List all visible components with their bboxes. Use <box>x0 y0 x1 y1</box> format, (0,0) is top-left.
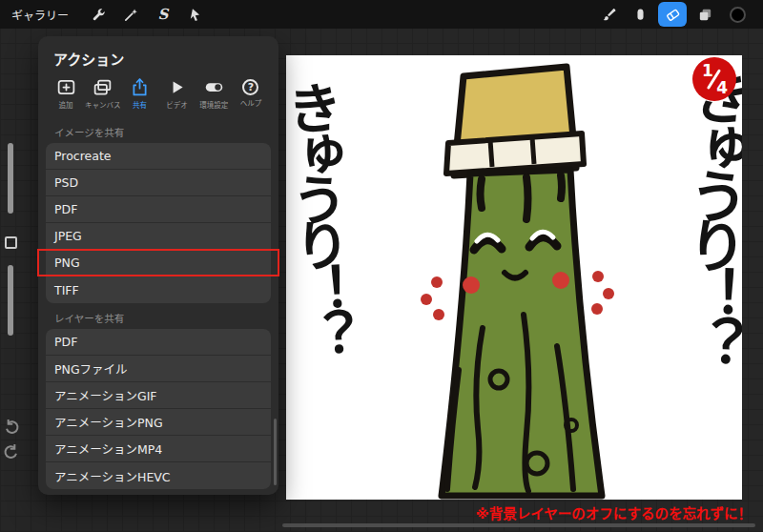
help-icon: ? <box>242 79 258 95</box>
brush-icon <box>600 7 616 23</box>
brush-button[interactable] <box>593 2 622 27</box>
tab-preferences[interactable]: 環境設定 <box>196 77 232 110</box>
gallery-button[interactable]: ギャラリー <box>0 7 82 23</box>
option-label: PNGファイル <box>54 359 128 378</box>
selection-icon: S <box>158 6 169 23</box>
eraser-icon <box>665 7 681 23</box>
tab-label: ヘルプ <box>240 97 262 108</box>
option-label: アニメーションGIF <box>54 386 157 404</box>
bottom-scrollbar[interactable] <box>282 523 755 527</box>
play-icon <box>167 77 187 97</box>
artwork-text-right: きゅうり！？ <box>678 66 742 365</box>
option-label: JPEG <box>54 229 82 243</box>
tab-label: ビデオ <box>166 99 188 110</box>
tab-label: 環境設定 <box>199 99 228 110</box>
layer-share-group: PDF PNGファイル アニメーションGIF アニメーションPNG アニメーショ… <box>46 329 271 489</box>
tab-share[interactable]: 共有 <box>122 77 158 110</box>
selection-button[interactable]: S <box>149 2 177 27</box>
layers-icon <box>697 7 713 23</box>
transform-cursor-icon <box>188 7 204 23</box>
color-button[interactable] <box>723 2 752 27</box>
option-label: PSD <box>54 175 78 190</box>
section-header-layer-share: レイヤーを共有 <box>38 303 278 329</box>
top-toolbar: ギャラリー S <box>0 0 763 29</box>
share-option-png[interactable]: PNG <box>46 250 271 276</box>
option-label: PNG <box>54 256 80 270</box>
artwork-text-left: きゅうり！？ <box>286 79 350 357</box>
tab-label: 追加 <box>59 99 73 110</box>
brush-size-slider[interactable] <box>8 143 13 214</box>
tab-add[interactable]: 追加 <box>48 77 84 110</box>
cucumber-cap <box>446 67 584 175</box>
modify-button[interactable] <box>5 236 17 249</box>
share-option-animated-mp4[interactable]: アニメーションMP4 <box>46 436 271 462</box>
canvas-artwork <box>286 55 742 500</box>
share-option-pdf[interactable]: PDF <box>46 196 271 223</box>
badge-current: 1 <box>702 61 713 80</box>
canvas-icon <box>93 77 113 97</box>
share-option-procreate[interactable]: Procreate <box>46 143 271 170</box>
canvas-area[interactable]: きゅうり！？ きゅうり！？ <box>286 55 742 500</box>
share-option-animated-png[interactable]: アニメーションPNG <box>46 409 271 436</box>
add-icon <box>56 77 76 97</box>
image-share-group: Procreate PSD PDF JPEG PNG TIFF <box>46 143 271 303</box>
share-option-animated-gif[interactable]: アニメーションGIF <box>46 382 271 409</box>
share-option-tiff[interactable]: TIFF <box>46 276 271 303</box>
share-option-layer-pdf[interactable]: PDF <box>46 329 271 356</box>
page-indicator-badge: 1 4 <box>692 57 736 101</box>
magic-wand-icon <box>123 7 139 23</box>
panel-tabs: 追加 キャンバス 共有 ビデオ <box>38 77 278 117</box>
tab-canvas[interactable]: キャンバス <box>85 77 121 110</box>
option-label: TIFF <box>54 283 79 297</box>
undo-icon[interactable] <box>2 418 21 437</box>
opacity-slider[interactable] <box>8 265 13 336</box>
eraser-button[interactable] <box>658 2 687 27</box>
redo-icon[interactable] <box>2 442 21 461</box>
smudge-button[interactable] <box>626 2 654 27</box>
tab-video[interactable]: ビデオ <box>158 77 195 110</box>
option-label: PDF <box>54 202 77 216</box>
share-option-jpeg[interactable]: JPEG <box>46 223 271 250</box>
section-header-image-share: イメージを共有 <box>38 117 278 143</box>
color-swatch <box>730 7 746 23</box>
transform-button[interactable] <box>181 2 210 27</box>
actions-panel: アクション 追加 キャンバス 共有 <box>38 36 278 495</box>
option-label: アニメーションPNG <box>54 413 163 431</box>
cucumber-body <box>442 170 602 496</box>
panel-title: アクション <box>38 36 278 77</box>
option-label: アニメーションHEVC <box>54 467 171 485</box>
wrench-icon <box>91 7 107 23</box>
tab-help[interactable]: ? ヘルプ <box>233 77 269 110</box>
actions-button[interactable] <box>84 2 113 27</box>
share-icon <box>130 77 150 97</box>
share-option-psd[interactable]: PSD <box>46 170 271 196</box>
panel-scrollbar[interactable] <box>274 419 277 485</box>
share-option-animated-hevc[interactable]: アニメーションHEVC <box>46 462 271 489</box>
option-label: Procreate <box>54 149 112 163</box>
layers-button[interactable] <box>691 2 719 27</box>
badge-total: 4 <box>716 78 728 97</box>
share-option-png-files[interactable]: PNGファイル <box>46 356 271 382</box>
annotation-note: ※背景レイヤーのオフにするのを忘れずに！ <box>476 502 752 522</box>
tab-label: キャンバス <box>85 99 121 110</box>
smudge-finger-icon <box>632 7 649 23</box>
adjustments-button[interactable] <box>116 2 145 27</box>
option-label: PDF <box>54 335 77 349</box>
toggle-icon <box>204 77 224 97</box>
option-label: アニメーションMP4 <box>54 440 162 458</box>
tab-label: 共有 <box>133 99 147 110</box>
